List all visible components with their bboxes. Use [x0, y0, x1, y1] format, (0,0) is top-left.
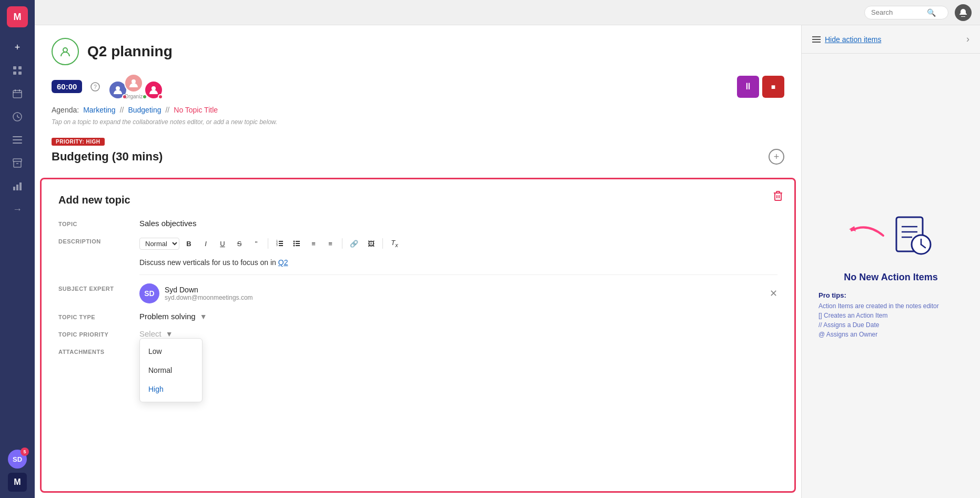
tip-2: [] Creates an Action Item — [819, 312, 963, 319]
action-items-illustration — [888, 212, 936, 259]
priority-select-row: Select ▼ — [139, 329, 777, 338]
user-avatar[interactable]: SD 5 — [8, 450, 27, 469]
sidebar: M + — [0, 0, 35, 498]
priority-badge: PRIORITY: HIGH — [52, 138, 105, 146]
svg-rect-14 — [13, 159, 22, 161]
search-input[interactable] — [871, 8, 924, 16]
agenda-current: No Topic Title — [174, 106, 218, 114]
topic-row: TOPIC Sales objectives — [58, 219, 777, 228]
svg-rect-18 — [19, 182, 22, 190]
no-action-title: No New Action Items — [844, 272, 937, 283]
svg-rect-16 — [13, 187, 15, 190]
header-left: Hide action items — [812, 35, 881, 44]
svg-rect-12 — [13, 139, 22, 140]
agenda-budgeting[interactable]: Budgeting — [128, 106, 161, 114]
clear-format-button[interactable]: Tx — [387, 236, 402, 251]
link-button[interactable]: 🔗 — [347, 236, 361, 251]
svg-rect-17 — [16, 185, 18, 190]
meeting-panel: Q2 planning 60:00 ? — [35, 25, 801, 498]
tip-1: Action Items are created in the notes ed… — [819, 302, 963, 310]
rte-toolbar: Normal B I U S " 123 — [139, 236, 777, 251]
remove-expert-button[interactable]: ✕ — [770, 288, 777, 299]
sidebar-item-plus[interactable]: + — [8, 38, 27, 57]
sidebar-item-calendar[interactable] — [8, 84, 27, 103]
svg-rect-11 — [13, 136, 22, 137]
tip-4: @ Assigns an Owner — [819, 331, 963, 338]
pause-button[interactable]: ⏸ — [737, 76, 759, 98]
svg-rect-29 — [279, 243, 283, 244]
hide-action-items-link[interactable]: Hide action items — [825, 35, 881, 44]
topic-type-dropdown-arrow[interactable]: ▼ — [200, 312, 207, 321]
agenda-marketing[interactable]: Marketing — [83, 106, 115, 114]
no-action-items-panel: No New Action Items Pro tips: Action Ite… — [802, 54, 980, 498]
sidebar-item-clock[interactable] — [8, 107, 27, 126]
meeting-ctrl-buttons: ⏸ ■ — [737, 76, 784, 98]
priority-option-high[interactable]: High — [140, 380, 202, 399]
format-select[interactable]: Normal — [139, 238, 179, 250]
search-bar[interactable]: 🔍 — [864, 6, 948, 19]
right-panel: Hide action items › — [801, 25, 980, 498]
meeting-icon — [52, 38, 79, 65]
topic-priority-row: TOPIC PRIORITY Select ▼ Low Normal High — [58, 329, 777, 338]
svg-text:?: ? — [94, 84, 97, 90]
unordered-list-button[interactable] — [289, 236, 304, 251]
priority-select-placeholder[interactable]: Select — [139, 329, 161, 338]
sidebar-item-arrow[interactable]: → — [8, 200, 27, 219]
content-wrapper: Q2 planning 60:00 ? — [35, 25, 980, 498]
end-button[interactable]: ■ — [762, 76, 784, 98]
strikethrough-button[interactable]: S — [232, 236, 247, 251]
expert-email: syd.down@moonmeetings.com — [165, 294, 764, 301]
priority-dropdown-arrow[interactable]: ▼ — [166, 330, 173, 338]
description-text[interactable]: Discuss new verticals for us to focus on… — [139, 255, 777, 275]
status-dot-2 — [158, 94, 163, 99]
priority-option-normal[interactable]: Normal — [140, 361, 202, 380]
sidebar-item-grid[interactable] — [8, 61, 27, 80]
underline-button[interactable]: U — [215, 236, 230, 251]
topic-type-row: TOPIC TYPE Problem solving ▼ — [58, 312, 777, 321]
topbar: 🔍 — [35, 0, 980, 25]
chevron-right-icon[interactable]: › — [966, 34, 969, 45]
expert-avatar: SD — [139, 283, 159, 303]
topic-label: TOPIC — [58, 219, 127, 227]
subject-expert-row: SUBJECT EXPERT SD Syd Down syd.down@moon… — [58, 283, 777, 303]
image-button[interactable]: 🖼 — [363, 236, 378, 251]
blockquote-button[interactable]: " — [249, 236, 264, 251]
sidebar-logo[interactable]: M — [7, 6, 28, 27]
sidebar-item-list[interactable] — [8, 130, 27, 149]
meeting-title: Q2 planning — [87, 43, 173, 60]
hamburger-icon[interactable] — [812, 36, 821, 43]
align-right-button[interactable]: ≡ — [323, 236, 338, 251]
svg-point-23 — [132, 79, 136, 84]
add-topic-icon[interactable]: + — [769, 149, 784, 165]
topic-title: Budgeting (30 mins) — [52, 150, 163, 164]
svg-rect-2 — [13, 72, 16, 75]
pro-tips-section: Pro tips: Action Items are created in th… — [819, 291, 963, 340]
sidebar-item-chart[interactable] — [8, 177, 27, 196]
pro-tips-title: Pro tips: — [819, 291, 963, 299]
ordered-list-button[interactable]: 123 — [272, 236, 287, 251]
svg-rect-13 — [13, 143, 22, 144]
svg-rect-4 — [13, 90, 22, 98]
priority-section: PRIORITY: HIGH Budgeting (30 mins) + — [52, 136, 784, 165]
bold-button[interactable]: B — [181, 236, 196, 251]
notification-icon[interactable] — [955, 4, 972, 21]
expert-card: SD Syd Down syd.down@moonmeetings.com ✕ — [139, 283, 777, 303]
svg-point-22 — [116, 86, 120, 90]
topic-type-label: TOPIC TYPE — [58, 312, 127, 320]
svg-point-24 — [151, 86, 156, 90]
svg-rect-30 — [279, 245, 283, 246]
description-label: DESCRIPTION — [58, 236, 127, 245]
topic-value[interactable]: Sales objectives — [139, 219, 777, 228]
attachments-area[interactable] — [139, 347, 777, 362]
svg-rect-25 — [775, 193, 781, 200]
delete-topic-button[interactable] — [772, 190, 784, 204]
align-left-button[interactable]: ≡ — [306, 236, 321, 251]
priority-option-low[interactable]: Low — [140, 342, 202, 361]
brand-logo-bottom[interactable]: M — [8, 473, 27, 492]
description-content: Normal B I U S " 123 — [139, 236, 777, 275]
help-icon: ? — [90, 82, 100, 92]
sidebar-item-archive[interactable] — [8, 154, 27, 172]
svg-rect-28 — [279, 241, 283, 242]
svg-rect-0 — [13, 66, 16, 69]
italic-button[interactable]: I — [198, 236, 213, 251]
